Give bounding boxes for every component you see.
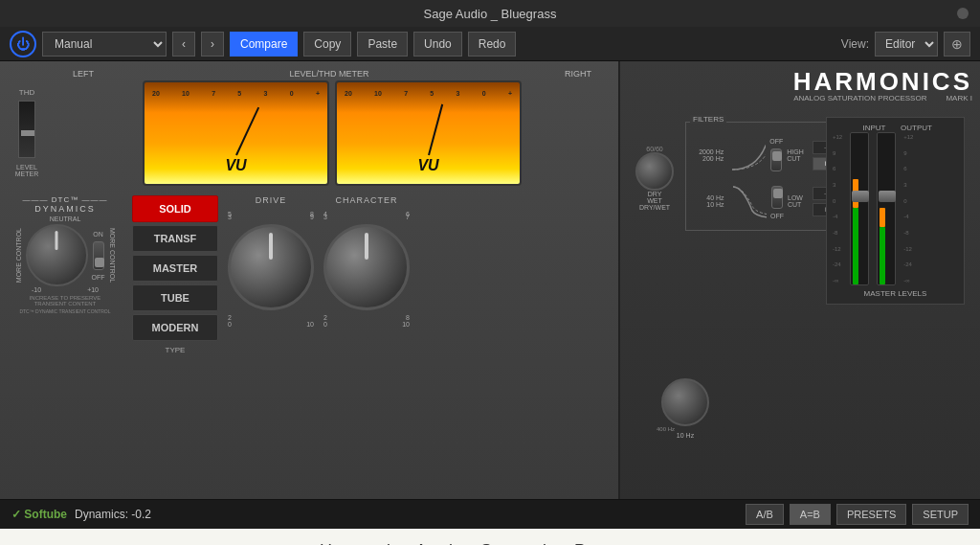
window-controls bbox=[957, 8, 969, 19]
redo-button[interactable]: Redo bbox=[468, 32, 517, 57]
fader-section: +12 9 6 3 0 -4 -8 -12 -24 -∞ bbox=[833, 132, 958, 285]
dynamics-label: DYNAMICS bbox=[34, 204, 96, 214]
compare-button[interactable]: Compare bbox=[230, 32, 298, 57]
drive-scale-3: 3 bbox=[228, 214, 232, 220]
low-cut-freq-label: 10 Hz bbox=[677, 432, 694, 439]
footer-text: Harmonics Analog Saturation Processor bbox=[320, 541, 660, 545]
output-fader-track bbox=[877, 132, 896, 285]
on-label: ON bbox=[93, 231, 103, 238]
drive-scale-9: 9 bbox=[310, 214, 314, 220]
ab-button[interactable]: A/B bbox=[746, 504, 784, 525]
type-btn-transf[interactable]: TRANSF bbox=[132, 225, 218, 252]
master-levels-section: INPUT OUTPUT +12 9 6 3 0 -4 -8 -12 -24 bbox=[826, 117, 965, 305]
character-label: CHARACTER bbox=[335, 195, 397, 205]
prev-button[interactable]: ‹ bbox=[172, 32, 195, 57]
type-btn-tube[interactable]: TUBE bbox=[132, 284, 218, 311]
fader-scale: +12 9 6 3 0 -4 -8 -12 -24 -∞ bbox=[833, 132, 842, 285]
next-button[interactable]: › bbox=[201, 32, 224, 57]
neutral-label: NEUTRAL bbox=[50, 216, 81, 222]
input-fader-track bbox=[850, 132, 869, 285]
left-panel: THD LEVELMETER LEFT LEVEL/THD METER RIGH… bbox=[0, 61, 620, 499]
type-btn-master[interactable]: MASTER bbox=[132, 255, 218, 282]
presets-button[interactable]: PRESETS bbox=[836, 504, 906, 525]
plugin-area: THD LEVELMETER LEFT LEVEL/THD METER RIGH… bbox=[0, 61, 980, 500]
drive-knob[interactable] bbox=[228, 224, 314, 310]
left-vu-needle bbox=[235, 107, 259, 156]
toolbar: ⏻ Manual ‹ › Compare Copy Paste Undo Red… bbox=[0, 27, 980, 61]
drive-label: DRIVE bbox=[256, 195, 287, 205]
copy-button[interactable]: Copy bbox=[303, 32, 351, 57]
char-scale-8: 8 bbox=[406, 314, 410, 321]
vu-meters-row: 20 10 7 5 3 0 + VU bbox=[143, 80, 522, 186]
right-vu-needle bbox=[428, 104, 443, 156]
char-scale-0: 0 bbox=[323, 321, 327, 328]
low-cut-knob-section: 400 Hz 10 Hz bbox=[657, 378, 714, 439]
low-cut-label: LOW CUT bbox=[788, 194, 809, 208]
right-panel: HARMONICS ANALOG SATURATION PROCESSOR MA… bbox=[620, 61, 980, 499]
link-button[interactable]: ⊕ bbox=[944, 32, 970, 57]
more-control-label-right: MORE CONTROL bbox=[109, 228, 116, 283]
output-fader-thumb[interactable] bbox=[879, 191, 896, 202]
freq-200: 200 Hz bbox=[702, 155, 724, 162]
output-label: OUTPUT bbox=[898, 124, 936, 132]
on-off-switch[interactable] bbox=[93, 241, 104, 270]
mark-label: MARK I bbox=[946, 94, 972, 102]
wet-label: WET bbox=[647, 197, 662, 204]
char-scale-2: 2 bbox=[323, 314, 327, 321]
dtc-dynamics-section: ——— DTC™ ——— DYNAMICS NEUTRAL MORE CONTR… bbox=[8, 195, 122, 354]
high-cut-label: HIGH CUT bbox=[787, 148, 809, 162]
setup-button[interactable]: SETUP bbox=[912, 504, 969, 525]
output-fader-col bbox=[877, 132, 896, 285]
master-levels-label: MASTER LEVELS bbox=[833, 289, 958, 298]
power-button[interactable]: ⏻ bbox=[10, 31, 36, 57]
paste-button[interactable]: Paste bbox=[357, 32, 408, 57]
bottom-controls: ——— DTC™ ——— DYNAMICS NEUTRAL MORE CONTR… bbox=[8, 195, 611, 354]
low-cut-knob[interactable] bbox=[661, 378, 709, 426]
left-vu-meter: 20 10 7 5 3 0 + VU bbox=[143, 80, 329, 186]
fader-scale-right: +12 9 6 3 0 -4 -8 -12 -24 -∞ bbox=[903, 132, 913, 285]
dry-wet-knob[interactable] bbox=[635, 152, 674, 191]
thd-slider[interactable] bbox=[21, 130, 34, 136]
more-control-label-left: MORE CONTROL bbox=[15, 228, 22, 283]
high-cut-toggle[interactable] bbox=[770, 148, 782, 171]
minimize-btn[interactable] bbox=[957, 8, 969, 19]
input-meter-green bbox=[853, 208, 858, 284]
view-select[interactable]: Editor bbox=[875, 32, 938, 57]
harmonics-title: HARMONICS bbox=[628, 69, 972, 94]
character-knob[interactable] bbox=[323, 224, 410, 310]
dtc-full-desc: DTC™ DYNAMIC TRANSIENT CONTROL bbox=[19, 308, 110, 314]
thd-level-strip: THD LEVELMETER bbox=[8, 69, 46, 177]
freq-400: 400 Hz bbox=[657, 426, 675, 432]
char-scale-3: 3 bbox=[323, 214, 327, 220]
drive-scale-10: 10 bbox=[306, 321, 314, 328]
right-vu-label: VU bbox=[417, 157, 438, 174]
off-label: OFF bbox=[92, 274, 105, 281]
dynamics-display: Dynamics: -0.2 bbox=[75, 508, 151, 521]
dtc-knob-row: MORE CONTROL ON OFF MORE CONTROL bbox=[15, 224, 116, 286]
dtc-range: -10 +10 bbox=[32, 286, 99, 293]
harmonics-subtitle: ANALOG SATURATION PROCESSOR bbox=[793, 94, 926, 102]
level-meter-label: LEVELMETER bbox=[15, 164, 39, 177]
preset-select[interactable]: Manual bbox=[42, 32, 167, 57]
undo-button[interactable]: Undo bbox=[413, 32, 462, 57]
dry-wet-area: 60/60 DRY WET DRY/WET bbox=[635, 146, 674, 211]
type-btn-solid[interactable]: SOLID bbox=[132, 195, 218, 222]
freq-2000: 2000 Hz bbox=[699, 148, 724, 155]
a-equals-b-button[interactable]: A=B bbox=[790, 504, 831, 525]
type-btn-modern[interactable]: MODERN bbox=[132, 314, 218, 341]
vu-meters-container: LEFT LEVEL/THD METER RIGHT 20 10 7 5 3 0 bbox=[54, 69, 611, 186]
drive-scale-2: 2 bbox=[228, 314, 232, 321]
freq-40: 40 Hz bbox=[706, 194, 724, 201]
drive-section: DRIVE 5 8 3 9 2 0 bbox=[228, 195, 314, 354]
right-vu-meter: 20 10 7 5 3 0 + VU bbox=[335, 80, 522, 186]
left-vu-label: VU bbox=[225, 157, 246, 174]
right-label: RIGHT bbox=[565, 69, 591, 79]
dtc-knob[interactable] bbox=[26, 224, 88, 286]
vu-right-scale: 20 10 7 5 3 0 + bbox=[345, 90, 512, 97]
harmonics-header: HARMONICS ANALOG SATURATION PROCESSOR MA… bbox=[628, 69, 972, 102]
dry-label: DRY bbox=[648, 191, 662, 197]
low-cut-toggle[interactable] bbox=[771, 186, 783, 209]
input-fader-thumb[interactable] bbox=[852, 191, 869, 202]
thd-label: THD bbox=[19, 88, 34, 97]
type-label: TYPE bbox=[132, 346, 218, 354]
